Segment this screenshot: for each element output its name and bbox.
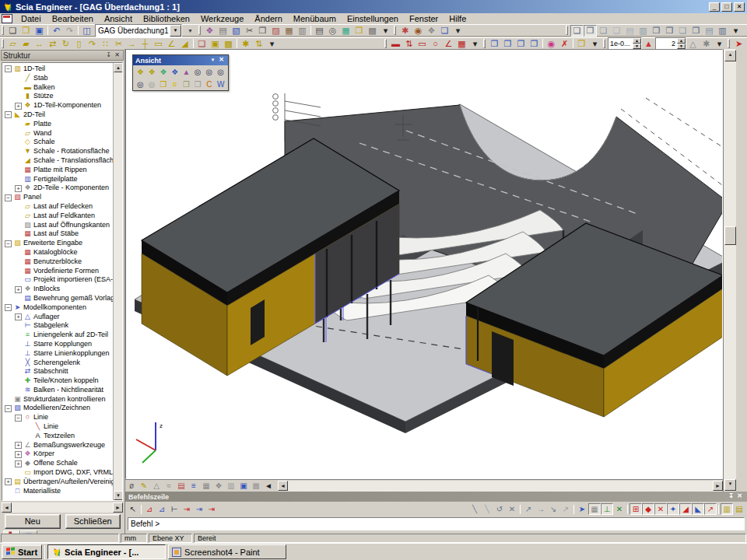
more-dropdown-icon[interactable]: ▾ (451, 25, 465, 37)
snap-mid-icon[interactable]: ✕ (654, 503, 667, 515)
scroll-right-icon[interactable]: ► (113, 502, 123, 513)
tree-item[interactable]: + ❖ Körper (3, 450, 114, 459)
explode-icon[interactable]: ❏ (195, 38, 209, 50)
calculator-icon[interactable]: ▦ (339, 25, 352, 37)
ungroup-icon[interactable]: ▩ (222, 38, 235, 50)
snap-tangent-icon[interactable]: ◣ (692, 503, 704, 515)
tree-item[interactable]: + ❖ 1D-Teil-Komponenten (3, 101, 114, 110)
tree-expander-icon[interactable]: − (5, 194, 12, 201)
tree-expander-icon[interactable] (15, 222, 22, 229)
new-document-icon[interactable]: ▩ (366, 25, 379, 37)
view-folder-icon[interactable]: ❒ (158, 79, 170, 89)
undo-icon[interactable]: ↶ (50, 25, 63, 37)
tree-item[interactable]: ◇ Schale (3, 138, 114, 147)
tree-expander-icon[interactable] (15, 268, 22, 275)
tree-item[interactable]: ▦ Katalogblöcke (3, 248, 114, 257)
scroll-left-icon[interactable]: ◄ (2, 502, 12, 513)
tree-expander-icon[interactable] (15, 332, 22, 339)
perspective-icon[interactable]: ø (125, 481, 138, 492)
export-icon[interactable]: ❐ (352, 25, 366, 37)
snap-arc-icon[interactable]: ↗ (704, 503, 717, 515)
tree-item[interactable]: ╳ Scherengelenk (3, 359, 114, 368)
tree-expander-icon[interactable] (15, 323, 22, 330)
tree-expander-icon[interactable] (15, 377, 22, 384)
redo-icon[interactable]: ↷ (63, 25, 76, 37)
mirror-icon[interactable]: ▯ (72, 38, 86, 50)
tree-expander-icon[interactable]: − (5, 111, 12, 118)
spinner-arrows-icon[interactable]: ▲▼ (633, 38, 641, 49)
view-y-icon[interactable]: ❖ (158, 66, 170, 77)
toolbar-grip[interactable] (198, 26, 201, 35)
tree-expander-icon[interactable]: − (5, 304, 12, 311)
tree-item[interactable]: − ▧ Modellieren/Zeichnen (3, 404, 114, 413)
snap-ortho-icon[interactable]: ◢ (679, 503, 692, 515)
mesh-icon[interactable]: △ (686, 38, 700, 50)
toolbar-grip[interactable] (394, 26, 396, 35)
tree-item[interactable]: ▥ Fertigteilplatte (3, 175, 114, 184)
tree-item[interactable]: + ▤ Übertragen/Aufteilen/Vereinigen (3, 478, 114, 487)
tree-expander-icon[interactable] (15, 249, 22, 256)
view-window-11-icon[interactable]: ▤ (703, 25, 716, 37)
tree-expander-icon[interactable]: + (15, 460, 22, 467)
cut-icon[interactable]: ✂ (243, 25, 256, 37)
wireframe-icon[interactable]: W (215, 79, 226, 89)
regen-icon[interactable]: ✱ (398, 25, 412, 37)
more-dropdown-icon[interactable]: ▾ (588, 38, 601, 50)
tree-item[interactable]: ╱ Stab (3, 74, 114, 83)
tree-item[interactable]: − ▨ Erweiterte Eingabe (3, 239, 114, 248)
group-icon[interactable]: ▣ (209, 38, 222, 50)
open-icon[interactable]: ❒ (19, 25, 33, 37)
dim-angle-icon[interactable]: ∠ (442, 38, 455, 50)
view-window-7-icon[interactable]: ❐ (650, 25, 663, 37)
paste-special-4-icon[interactable]: ❐ (528, 38, 541, 50)
tree-expander-icon[interactable]: − (5, 240, 12, 247)
minimize-button[interactable]: _ (709, 2, 720, 12)
report-icon[interactable]: ▥ (296, 25, 309, 37)
print-icon[interactable]: ▤ (313, 25, 326, 37)
menu-item[interactable]: Ansicht (99, 13, 138, 24)
toolbar-grip[interactable] (603, 39, 605, 48)
paste-special-2-icon[interactable]: ❐ (501, 38, 514, 50)
render-icon[interactable]: ❒ (181, 79, 192, 89)
rotate-icon[interactable]: ↻ (59, 38, 72, 50)
title-bar[interactable]: Scia Engineer - [GAG Überdachung1 : 1] _… (0, 0, 747, 13)
tree-expander-icon[interactable]: − (5, 405, 12, 412)
render-off-icon[interactable]: ❒ (192, 79, 204, 89)
tree-expander-icon[interactable] (15, 231, 22, 238)
maximize-button[interactable]: □ (721, 2, 732, 12)
snap-raster-icon[interactable]: ▤ (733, 503, 745, 515)
join-icon[interactable]: ▭ (152, 38, 165, 50)
tolerance-spinner[interactable]: 1e-0... ▲▼ (608, 37, 642, 50)
tree-expander-icon[interactable] (15, 212, 22, 219)
section-icon[interactable]: ≈ (163, 481, 175, 492)
tree-item[interactable]: ▣ Strukturdaten kontrollieren (3, 395, 114, 404)
scrollbar-thumb[interactable] (724, 226, 736, 245)
tree-item[interactable]: ▦ Last auf Stäbe (3, 229, 114, 239)
tree-expander-icon[interactable]: + (5, 478, 12, 485)
polar-2-icon[interactable]: → (535, 503, 547, 515)
ansicht-toolbar-titlebar[interactable]: Ansicht ▼ ✕ (133, 55, 228, 65)
tree-expander-icon[interactable] (15, 203, 22, 210)
scroll-left-icon[interactable]: ◄ (278, 481, 288, 491)
layers-icon[interactable]: ◫ (80, 25, 93, 37)
tree-item[interactable]: ⊥ Starre Linienkopplungen (3, 349, 114, 359)
tree-expander-icon[interactable] (15, 258, 22, 265)
tree-item[interactable]: ◢ Schale - Translationsfläche (3, 156, 114, 166)
tree-expander-icon[interactable] (15, 130, 22, 137)
tree-expander-icon[interactable] (5, 396, 12, 403)
flag-icon[interactable]: ▤ (175, 481, 188, 492)
libraries-icon[interactable]: ❖ (203, 25, 216, 37)
tree-item[interactable]: + ∠ Bemaßungswerkzeuge (3, 441, 114, 450)
snap-end-icon[interactable]: ◆ (642, 503, 654, 515)
close-icon[interactable]: ✕ (113, 51, 121, 60)
tree-item[interactable]: + ◆ Offene Schale (3, 459, 114, 468)
tree-expander-icon[interactable] (15, 277, 22, 284)
menu-item[interactable]: Einstellungen (342, 13, 404, 24)
new-icon[interactable]: ❏ (6, 25, 19, 37)
layers-view-icon[interactable]: ≡ (188, 481, 200, 492)
snap-node-icon[interactable]: ⊞ (630, 503, 642, 515)
zoom-all-icon[interactable]: ◎ (135, 79, 146, 89)
tree-item[interactable]: + ❖ 2D-Teile - Komponenten (3, 184, 114, 193)
snap-intersect-icon[interactable]: ✦ (667, 503, 679, 515)
track-icon[interactable]: ➤ (576, 503, 588, 515)
